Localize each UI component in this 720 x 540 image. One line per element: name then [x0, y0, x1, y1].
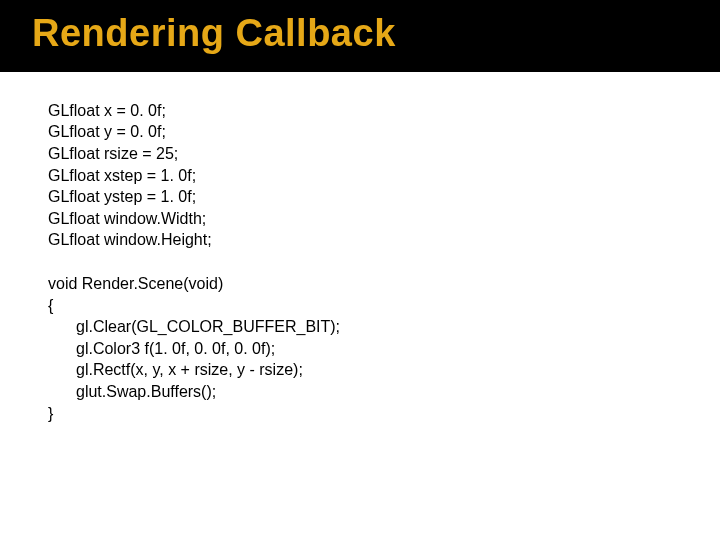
code-line: GLfloat ystep = 1. 0f;	[48, 186, 720, 208]
code-line: GLfloat y = 0. 0f;	[48, 121, 720, 143]
code-line: gl.Clear(GL_COLOR_BUFFER_BIT);	[76, 316, 720, 338]
code-line: GLfloat rsize = 25;	[48, 143, 720, 165]
slide-title: Rendering Callback	[32, 14, 720, 54]
code-line: {	[48, 295, 720, 317]
code-line: GLfloat x = 0. 0f;	[48, 100, 720, 122]
code-line: GLfloat window.Height;	[48, 229, 720, 251]
code-line: gl.Rectf(x, y, x + rsize, y - rsize);	[76, 359, 720, 381]
code-line: glut.Swap.Buffers();	[76, 381, 720, 403]
code-line: GLfloat xstep = 1. 0f;	[48, 165, 720, 187]
function-body: gl.Clear(GL_COLOR_BUFFER_BIT); gl.Color3…	[48, 316, 720, 402]
function-block: void Render.Scene(void) { gl.Clear(GL_CO…	[48, 273, 720, 424]
code-line: gl.Color3 f(1. 0f, 0. 0f, 0. 0f);	[76, 338, 720, 360]
code-line: void Render.Scene(void)	[48, 273, 720, 295]
slide-body: GLfloat x = 0. 0f; GLfloat y = 0. 0f; GL…	[0, 72, 720, 424]
slide: Rendering Callback GLfloat x = 0. 0f; GL…	[0, 0, 720, 540]
code-line: }	[48, 403, 720, 425]
code-line: GLfloat window.Width;	[48, 208, 720, 230]
title-bar: Rendering Callback	[0, 0, 720, 72]
declarations-block: GLfloat x = 0. 0f; GLfloat y = 0. 0f; GL…	[48, 100, 720, 251]
